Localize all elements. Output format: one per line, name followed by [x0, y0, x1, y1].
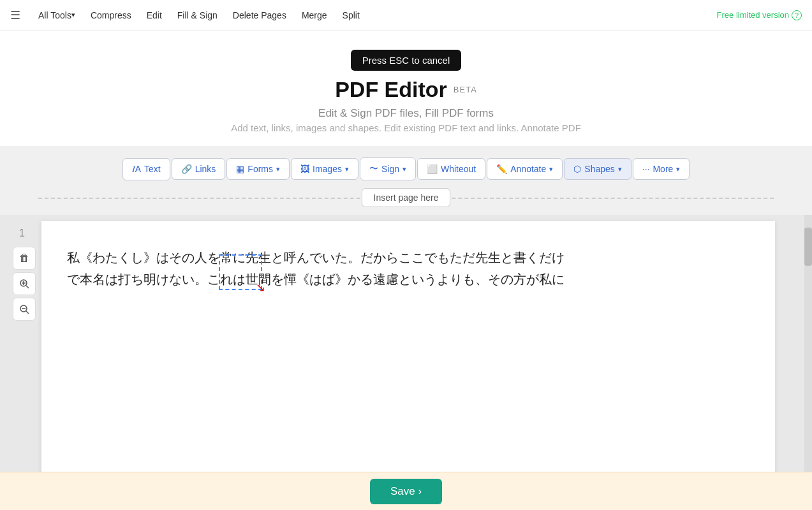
zoom-out-icon	[19, 304, 29, 314]
annotate-tool-button[interactable]: ✏️ Annotate ▾	[487, 158, 563, 180]
nav-fill-sign[interactable]: Fill & Sign	[170, 0, 225, 31]
nav-split[interactable]: Split	[335, 0, 367, 31]
zoom-out-button[interactable]	[13, 298, 36, 321]
zoom-in-icon	[19, 279, 29, 289]
hero-title: PDF Editor BETA	[13, 77, 799, 102]
hero-section: Press ESC to cancel PDF Editor BETA Edit…	[0, 31, 812, 146]
sign-arrow-icon: ▾	[402, 165, 406, 173]
resize-arrow-icon: ↘	[256, 282, 265, 293]
insert-page-button[interactable]: Insert page here	[362, 188, 451, 207]
scrollbar-thumb[interactable]	[804, 228, 812, 266]
more-tool-button[interactable]: ··· More ▾	[633, 158, 690, 180]
annotate-arrow-icon: ▾	[549, 165, 553, 173]
pdf-text-line-2: で本名は打ち明けない。これは世間を憚《はば》かる遠慮というよりも、その方が私に	[41, 268, 775, 290]
shapes-label: Shapes	[584, 164, 614, 174]
nav-merge[interactable]: Merge	[294, 0, 335, 31]
shapes-tool-button[interactable]: ⬡ Shapes ▾	[564, 158, 631, 180]
nav-all-tools[interactable]: All Tools	[31, 0, 83, 31]
images-tool-button[interactable]: 🖼 Images ▾	[291, 158, 358, 180]
top-nav: ☰ All Tools Compress Edit Fill & Sign De…	[0, 0, 812, 31]
insert-page-row: Insert page here	[0, 180, 812, 215]
canvas-area: 🗑 1 ↘ 私《わたくし》はその人を常に先生と呼んでいた。だからこ	[0, 215, 812, 510]
sign-icon: 〜	[369, 163, 378, 175]
more-dots-icon: ···	[642, 164, 650, 174]
hamburger-icon[interactable]: ☰	[10, 8, 20, 22]
svg-line-1	[26, 286, 29, 288]
nav-compress[interactable]: Compress	[83, 0, 139, 31]
toolbar: 𝐼A Text 🔗 Links ▦ Forms ▾ 🖼 Images ▾ 〜 S…	[0, 157, 812, 180]
shapes-arrow-icon: ▾	[618, 165, 622, 173]
forms-icon: ▦	[236, 164, 244, 174]
side-controls: 🗑	[13, 247, 36, 321]
zoom-in-button[interactable]	[13, 272, 36, 295]
help-icon: ?	[792, 10, 802, 20]
svg-line-5	[26, 311, 29, 314]
forms-tool-button[interactable]: ▦ Forms ▾	[226, 158, 290, 180]
shapes-icon: ⬡	[573, 164, 581, 174]
sign-label: Sign	[381, 164, 399, 174]
esc-tooltip: Press ESC to cancel	[351, 50, 462, 71]
scrollbar[interactable]	[804, 215, 812, 510]
save-bar: Save ›	[0, 472, 812, 510]
annotate-label: Annotate	[510, 164, 546, 174]
free-badge-text: Free limited version	[717, 10, 789, 20]
resize-handle[interactable]: ↘	[256, 284, 264, 292]
forms-arrow-icon: ▾	[276, 165, 280, 173]
links-tool-button[interactable]: 🔗 Links	[172, 158, 226, 180]
text-tool-button[interactable]: 𝐼A Text	[122, 158, 170, 180]
whiteout-tool-button[interactable]: ⬜ Whiteout	[417, 158, 485, 180]
annotate-icon: ✏️	[496, 164, 507, 174]
hero-subtitle1: Edit & Sign PDF files, Fill PDF forms	[13, 107, 799, 120]
page-number: 1	[19, 228, 25, 239]
beta-badge: BETA	[454, 85, 477, 94]
hero-subtitle2: Add text, links, images and shapes. Edit…	[13, 122, 799, 133]
images-label: Images	[313, 164, 342, 174]
pdf-text-line-1: 私《わたくし》はその人を常に先生と呼んでいた。だからここでもただ先生と書くだけ	[41, 221, 775, 268]
selection-box[interactable]: ↘	[219, 254, 262, 290]
forms-label: Forms	[247, 164, 273, 174]
sign-tool-button[interactable]: 〜 Sign ▾	[360, 157, 416, 180]
toolbar-area: 𝐼A Text 🔗 Links ▦ Forms ▾ 🖼 Images ▾ 〜 S…	[0, 146, 812, 215]
delete-page-button[interactable]: 🗑	[13, 247, 36, 270]
free-badge[interactable]: Free limited version ?	[717, 10, 802, 20]
text-label: Text	[144, 164, 161, 174]
more-arrow-icon: ▾	[676, 165, 680, 173]
save-button[interactable]: Save ›	[370, 479, 442, 504]
links-label: Links	[195, 164, 216, 174]
title-text: PDF Editor	[335, 77, 447, 102]
links-icon: 🔗	[181, 164, 192, 174]
text-icon: 𝐼A	[132, 164, 141, 175]
nav-edit[interactable]: Edit	[139, 0, 170, 31]
pdf-page[interactable]: ↘ 私《わたくし》はその人を常に先生と呼んでいた。だからここでもただ先生と書くだ…	[41, 221, 775, 510]
nav-delete-pages[interactable]: Delete Pages	[225, 0, 294, 31]
whiteout-icon: ⬜	[427, 164, 438, 174]
whiteout-label: Whiteout	[441, 164, 476, 174]
more-label: More	[653, 164, 673, 174]
nav-links: All Tools Compress Edit Fill & Sign Dele…	[31, 0, 367, 31]
images-icon: 🖼	[300, 164, 309, 174]
images-arrow-icon: ▾	[345, 165, 349, 173]
